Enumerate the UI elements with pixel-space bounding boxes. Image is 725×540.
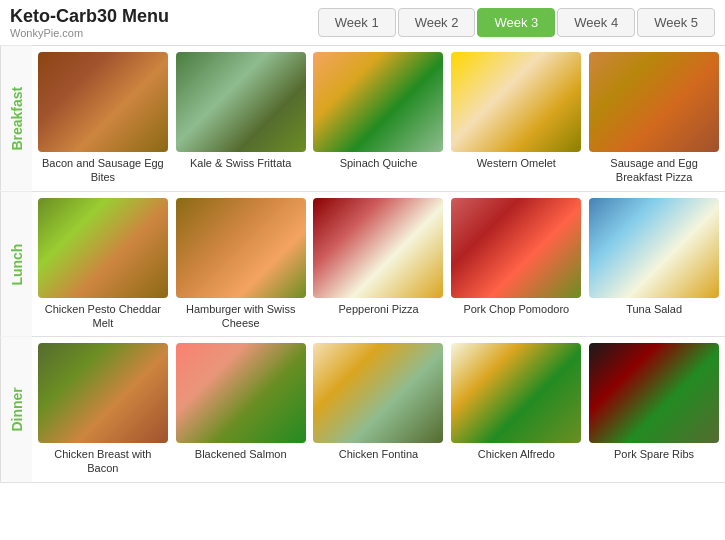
- meal-name: Kale & Swiss Frittata: [190, 156, 291, 170]
- week-tab-5[interactable]: Week 5: [637, 8, 715, 37]
- meal-image: [38, 52, 168, 152]
- meal-image: [38, 198, 168, 298]
- meal-image: [451, 198, 581, 298]
- meal-item[interactable]: Chicken Fontina: [312, 343, 446, 476]
- meal-image: [38, 343, 168, 443]
- meal-item[interactable]: Spinach Quiche: [312, 52, 446, 185]
- meal-item[interactable]: Kale & Swiss Frittata: [174, 52, 308, 185]
- header-title: Keto-Carb30 Menu WonkyPie.com: [10, 6, 169, 39]
- meal-name: Chicken Fontina: [339, 447, 419, 461]
- meal-item[interactable]: Pepperoni Pizza: [312, 198, 446, 331]
- meal-item[interactable]: Pork Spare Ribs: [587, 343, 721, 476]
- meal-image: [451, 52, 581, 152]
- meal-label-dinner: Dinner: [0, 337, 32, 482]
- meal-name: Spinach Quiche: [340, 156, 418, 170]
- meal-items-dinner: Chicken Breast with BaconBlackened Salmo…: [32, 337, 725, 482]
- meal-name: Pork Chop Pomodoro: [463, 302, 569, 316]
- meal-image: [451, 343, 581, 443]
- week-tab-2[interactable]: Week 2: [398, 8, 476, 37]
- meal-item[interactable]: Bacon and Sausage Egg Bites: [36, 52, 170, 185]
- header: Keto-Carb30 Menu WonkyPie.com Week 1Week…: [0, 0, 725, 46]
- meal-image: [313, 343, 443, 443]
- meal-image: [176, 343, 306, 443]
- meal-image: [176, 198, 306, 298]
- meal-item[interactable]: Pork Chop Pomodoro: [449, 198, 583, 331]
- meal-name: Hamburger with Swiss Cheese: [177, 302, 305, 331]
- week-tabs: Week 1Week 2Week 3Week 4Week 5: [318, 8, 715, 37]
- meal-name: Pepperoni Pizza: [338, 302, 418, 316]
- meal-image: [313, 198, 443, 298]
- meal-image: [589, 198, 719, 298]
- meal-item[interactable]: Chicken Breast with Bacon: [36, 343, 170, 476]
- app-container: Keto-Carb30 Menu WonkyPie.com Week 1Week…: [0, 0, 725, 483]
- meal-item[interactable]: Blackened Salmon: [174, 343, 308, 476]
- meal-items-breakfast: Bacon and Sausage Egg BitesKale & Swiss …: [32, 46, 725, 191]
- meal-section-breakfast: BreakfastBacon and Sausage Egg BitesKale…: [0, 46, 725, 192]
- meals-container: BreakfastBacon and Sausage Egg BitesKale…: [0, 46, 725, 483]
- meal-image: [589, 52, 719, 152]
- week-tab-1[interactable]: Week 1: [318, 8, 396, 37]
- meal-name: Chicken Pesto Cheddar Melt: [39, 302, 167, 331]
- app-title: Keto-Carb30 Menu: [10, 6, 169, 27]
- meal-section-dinner: DinnerChicken Breast with BaconBlackened…: [0, 337, 725, 483]
- week-tab-3[interactable]: Week 3: [477, 8, 555, 37]
- meal-name: Blackened Salmon: [195, 447, 287, 461]
- meal-item[interactable]: Chicken Alfredo: [449, 343, 583, 476]
- meal-image: [589, 343, 719, 443]
- week-tab-4[interactable]: Week 4: [557, 8, 635, 37]
- meal-label-breakfast: Breakfast: [0, 46, 32, 191]
- meal-name: Chicken Alfredo: [478, 447, 555, 461]
- meal-items-lunch: Chicken Pesto Cheddar MeltHamburger with…: [32, 192, 725, 337]
- meal-item[interactable]: Chicken Pesto Cheddar Melt: [36, 198, 170, 331]
- meal-item[interactable]: Sausage and Egg Breakfast Pizza: [587, 52, 721, 185]
- meal-item[interactable]: Tuna Salad: [587, 198, 721, 331]
- meal-item[interactable]: Western Omelet: [449, 52, 583, 185]
- meal-section-lunch: LunchChicken Pesto Cheddar MeltHamburger…: [0, 192, 725, 338]
- meal-name: Tuna Salad: [626, 302, 682, 316]
- meal-image: [313, 52, 443, 152]
- meal-image: [176, 52, 306, 152]
- meal-name: Pork Spare Ribs: [614, 447, 694, 461]
- meal-name: Chicken Breast with Bacon: [39, 447, 167, 476]
- app-subtitle: WonkyPie.com: [10, 27, 169, 39]
- meal-name: Western Omelet: [477, 156, 556, 170]
- meal-item[interactable]: Hamburger with Swiss Cheese: [174, 198, 308, 331]
- meal-name: Bacon and Sausage Egg Bites: [39, 156, 167, 185]
- meal-name: Sausage and Egg Breakfast Pizza: [590, 156, 718, 185]
- meal-label-lunch: Lunch: [0, 192, 32, 337]
